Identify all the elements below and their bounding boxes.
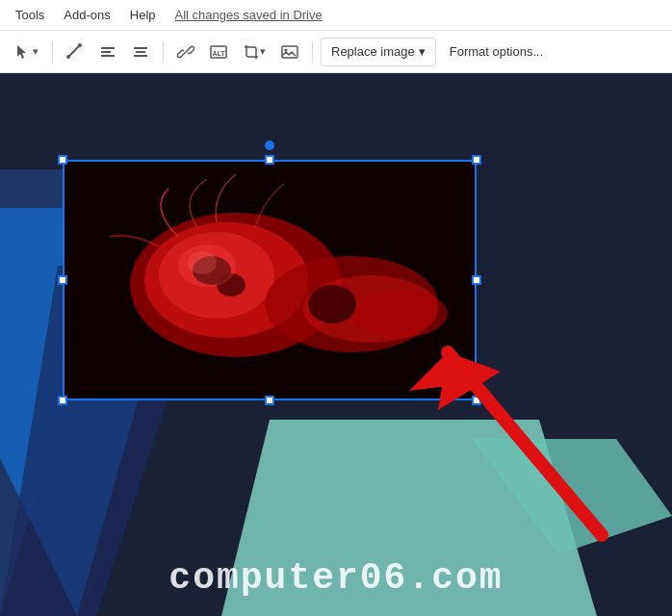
divider-1 <box>52 41 53 63</box>
resize-handle-r[interactable] <box>472 275 481 285</box>
align-center-icon <box>132 43 149 61</box>
creature-svg <box>63 160 477 400</box>
rotate-handle[interactable] <box>265 141 274 150</box>
saved-status: All changes saved in Drive <box>175 8 323 22</box>
svg-point-2 <box>78 43 82 47</box>
crop-icon <box>243 43 260 61</box>
resize-handle-br[interactable] <box>472 396 481 405</box>
svg-point-28 <box>308 285 356 323</box>
link-icon <box>177 43 194 61</box>
crop-button[interactable]: ▾ <box>237 38 271 66</box>
svg-rect-6 <box>134 47 147 49</box>
svg-line-0 <box>68 45 80 57</box>
divider-3 <box>312 41 313 63</box>
svg-text:ALT: ALT <box>212 50 225 57</box>
replace-image-label: Replace image <box>331 44 415 59</box>
photo-options-button[interactable] <box>275 38 304 66</box>
svg-rect-8 <box>134 55 147 57</box>
resize-handle-b[interactable] <box>265 396 274 405</box>
svg-point-30 <box>188 251 217 274</box>
arrow-tool-button[interactable]: ▾ <box>10 38 44 66</box>
menu-help[interactable]: Help <box>122 4 164 26</box>
svg-point-1 <box>66 55 70 59</box>
resize-handle-tl[interactable] <box>58 155 67 165</box>
alt-text-icon: ALT <box>210 43 227 61</box>
resize-handle-l[interactable] <box>58 275 67 285</box>
format-options-button[interactable]: Format options... <box>440 38 554 66</box>
alt-text-button[interactable]: ALT <box>204 38 233 66</box>
canvas-area: computer06.com <box>0 73 672 616</box>
menu-bar: Tools Add-ons Help All changes saved in … <box>0 0 672 31</box>
watermark: computer06.com <box>168 557 503 599</box>
line-tool-icon <box>66 43 84 61</box>
selected-image-container[interactable] <box>63 160 477 400</box>
selected-image[interactable] <box>63 160 477 400</box>
svg-rect-3 <box>101 47 115 49</box>
format-options-label: Format options... <box>450 44 544 59</box>
resize-handle-bl[interactable] <box>58 396 67 405</box>
resize-handle-tr[interactable] <box>472 155 481 165</box>
svg-line-9 <box>184 50 188 54</box>
resize-handle-t[interactable] <box>265 155 274 165</box>
menu-tools[interactable]: Tools <box>8 4 52 26</box>
align-center-button[interactable] <box>126 38 155 66</box>
svg-point-25 <box>351 290 448 338</box>
image-content <box>63 160 477 400</box>
line-tool-button[interactable] <box>61 38 90 66</box>
link-button[interactable] <box>171 38 200 66</box>
arrow-tool-icon <box>15 43 33 61</box>
photo-options-icon <box>281 43 298 61</box>
align-left-button[interactable] <box>93 38 122 66</box>
svg-rect-5 <box>101 55 115 57</box>
svg-rect-4 <box>101 51 111 53</box>
replace-image-button[interactable]: Replace image ▾ <box>321 38 436 66</box>
align-left-icon <box>99 43 116 61</box>
divider-2 <box>163 41 164 63</box>
menu-addons[interactable]: Add-ons <box>56 4 117 26</box>
toolbar: ▾ ALT <box>0 31 672 73</box>
svg-rect-7 <box>136 51 145 53</box>
replace-image-dropdown-icon: ▾ <box>419 44 426 59</box>
